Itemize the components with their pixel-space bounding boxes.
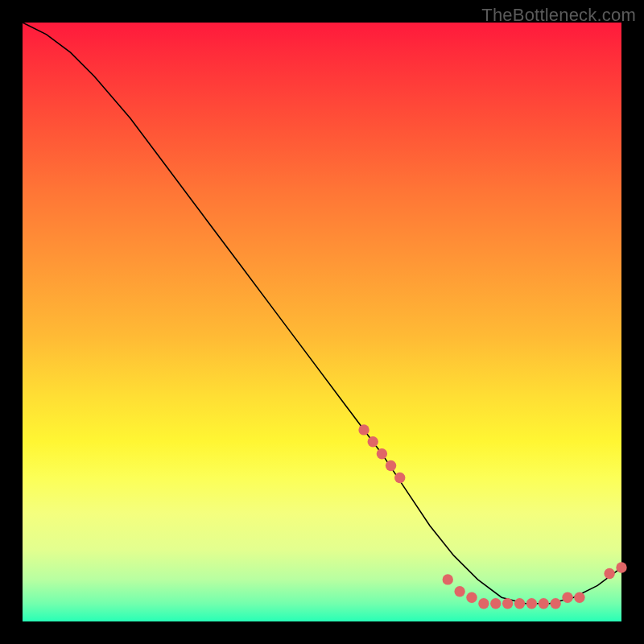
- highlight-marker: [368, 436, 378, 447]
- highlight-marker: [490, 598, 501, 609]
- highlight-marker: [466, 592, 477, 603]
- highlight-marker: [526, 598, 537, 609]
- highlight-marker: [514, 598, 525, 609]
- bottleneck-curve: [23, 23, 621, 604]
- highlight-marker: [502, 598, 513, 609]
- highlight-markers-group: [358, 424, 626, 609]
- highlight-marker: [562, 592, 572, 603]
- highlight-marker: [550, 598, 560, 609]
- highlight-marker: [478, 598, 489, 609]
- highlight-marker: [616, 562, 626, 572]
- chart-overlay-svg: [23, 23, 621, 621]
- highlight-marker: [454, 586, 464, 597]
- highlight-marker: [386, 460, 396, 471]
- highlight-marker: [604, 568, 614, 579]
- highlight-marker: [539, 598, 549, 609]
- highlight-marker: [574, 592, 584, 603]
- highlight-marker: [377, 448, 387, 459]
- highlight-marker: [358, 424, 369, 435]
- highlight-marker: [443, 574, 453, 584]
- highlight-marker: [394, 473, 405, 483]
- chart-container: TheBottleneck.com: [0, 0, 644, 644]
